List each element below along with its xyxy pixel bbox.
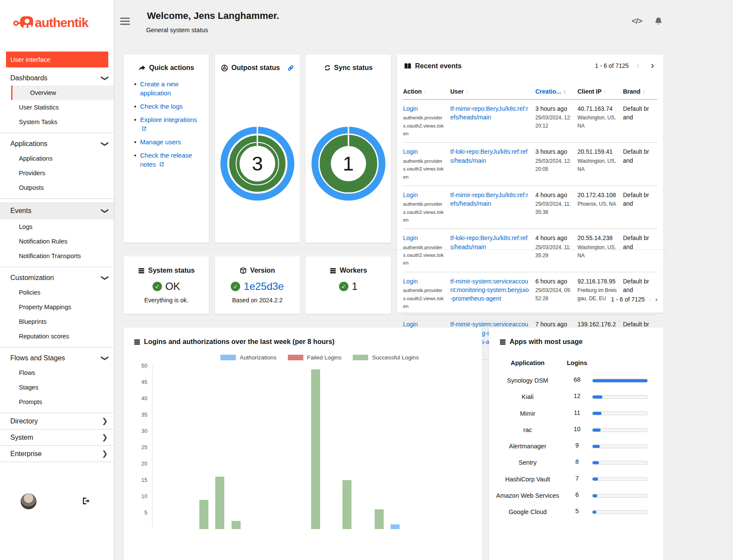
table-row-cell-user: tf-mimir-repo:BeryJu/k8s:ref:refs/heads/… [450,186,535,229]
legend-swatch-successful-logins [353,355,368,360]
app-logins: 8 [562,454,592,471]
sort-asc-icon: ↑ [563,88,566,95]
pagination-prev-icon[interactable]: ‹ [633,63,643,69]
logins-chart-card: Logins and authorizations over the last … [124,328,482,560]
column-header-action[interactable]: Action↕ [403,84,450,100]
table-row-cell-action: Loginauthentik.providers.oauth2.views.to… [403,143,450,186]
table-row-cell-creation: 4 hours ago25/03/2024, 11:35:38 [535,186,577,229]
event-user-link[interactable]: tf-mimir-system:serviceaccount:monitorin… [450,278,529,302]
apps-usage-card: Apps with most usage Application Logins … [489,328,663,560]
sync-status-header: Sync status [305,64,391,72]
user-avatar[interactable] [21,493,37,509]
nav-section-enterprise[interactable]: Enterprise ❯ [0,446,114,462]
app-logins: 5 [562,504,592,520]
nav-section-directory[interactable]: Directory ❯ [0,413,114,429]
user-interface-button[interactable]: User interface [6,52,108,67]
column-header-brand[interactable]: Brand↕ [623,84,657,100]
table-row-cell-user: tf-mimir-repo:BeryJu/k8s:ref:refs/heads/… [450,100,535,143]
check-circle-icon: ✓ [231,282,240,291]
sidebar-item-providers[interactable]: Providers [0,166,114,180]
chevron-right-icon: ❯ [102,446,108,462]
app-name: HashiCorp Vault [493,471,562,487]
nav-section-system[interactable]: System ❯ [0,429,114,446]
sidebar-item-property-mappings[interactable]: Property Mappings [0,300,114,314]
chart-legend: Authorizations Failed Logins Successful … [220,354,419,361]
event-action-link[interactable]: Login [403,278,418,285]
sidebar-item-outposts[interactable]: Outposts [0,180,114,195]
chevron-right-icon: ❯ [102,413,108,429]
sidebar-item-flows[interactable]: Flows [0,365,114,380]
event-action-link[interactable]: Login [403,105,418,112]
nav-section-dashboards[interactable]: Dashboards ❯ [0,71,114,85]
table-row-cell-ip: 20.172.43.108Phoenix, US, NA [577,186,623,229]
link-icon[interactable] [287,65,294,71]
event-user-link[interactable]: tf-mimir-repo:BeryJu/k8s:ref:refs/heads/… [450,192,528,207]
sidebar-item-stages[interactable]: Stages [0,380,114,395]
chart-bar [199,500,208,529]
menu-icon[interactable] [120,18,130,27]
usage-bar-fill [593,445,600,448]
chart-bar [342,480,351,529]
outpost-status-donut: 3 [220,127,294,201]
event-action-link[interactable]: Login [403,148,418,155]
event-user-link[interactable]: tf-loki-repo:BeryJu/k8s:ref:refs/heads/m… [450,234,528,250]
sidebar-item-system-tasks[interactable]: System Tasks [0,115,114,129]
sidebar: authentik User interface Dashboards ❯ Ov… [0,0,114,560]
sync-status-card: Sync status 1 [305,55,391,243]
event-action-link[interactable]: Login [403,234,418,241]
notifications-bell-icon[interactable] [654,16,663,26]
authentik-admin-dashboard: authentik User interface Dashboards ❯ Ov… [0,0,733,560]
app-name: Amazon Web Services [493,487,562,504]
release-notes-link[interactable]: Check the release notes [140,152,192,168]
workers-value: 1 [352,280,357,292]
nav-section-events[interactable]: Events ❯ [0,202,114,219]
legend-item: Successful Logins [353,354,419,361]
sidebar-item-prompts[interactable]: Prompts [0,395,114,409]
manage-users-link[interactable]: Manage users [140,138,181,146]
sidebar-item-applications[interactable]: Applications [0,151,114,166]
explore-integrations-link[interactable]: Explore integrations [140,116,197,123]
logout-icon[interactable] [82,497,90,505]
nav-section-customization[interactable]: Customization ❯ [0,271,114,285]
sidebar-item-user-statistics[interactable]: User Statistics [0,100,114,115]
column-header-client-ip[interactable]: Client IP↕ [577,84,623,100]
event-user-link[interactable]: tf-mimir-repo:BeryJu/k8s:ref:refs/heads/… [450,105,528,121]
event-action-link[interactable]: Login [403,192,418,198]
sort-icon: ↕ [604,89,606,95]
legend-swatch-authorizations [220,355,236,360]
pagination-next-icon[interactable]: › [655,296,657,303]
event-action-link[interactable]: Login [403,321,418,328]
nav-section-flows-and-stages[interactable]: Flows and Stages ❯ [0,351,114,365]
nav-section-applications[interactable]: Applications ❯ [0,137,114,151]
sidebar-item-blueprints[interactable]: Blueprints [0,314,114,329]
pagination-bottom: 1 - 6 of 7125 ‹ › [611,296,657,303]
api-code-icon[interactable]: </> [632,16,642,26]
create-application-link[interactable]: Create a new application [140,80,178,97]
sidebar-item-logs[interactable]: Logs [0,219,114,234]
sidebar-item-reputation-scores[interactable]: Reputation scores [0,329,114,344]
sidebar-item-notification-rules[interactable]: Notification Rules [0,234,114,249]
pagination-prev-icon[interactable]: ‹ [649,296,651,303]
authentik-logo: authentik [0,12,114,33]
version-link[interactable]: 1e25d3e [244,280,284,292]
sidebar-item-notification-transports[interactable]: Notification Transports [0,249,114,263]
sidebar-item-overview[interactable]: Overview [11,85,114,100]
nav-section-label: Applications [10,137,47,151]
usage-bar-fill [593,494,597,497]
chart-y-axis: 5101520253035404550 [124,366,147,529]
pagination-next-icon[interactable]: › [647,63,657,69]
sidebar-item-policies[interactable]: Policies [0,285,114,300]
table-row-cell-brand: Default brand [623,229,657,272]
column-header-user[interactable]: User↕ [450,84,535,100]
event-user-link[interactable]: tf-loki-repo:BeryJu/k8s:ref:refs/heads/m… [450,148,528,164]
table-row-cell-creation: 4 hours ago25/03/2024, 11:35:29 [535,229,577,272]
app-logins: 68 [562,372,592,389]
check-logs-link[interactable]: Check the logs [140,103,183,110]
app-name: Kiali [493,389,562,405]
sidebar-nav: Dashboards ❯ Overview User Statistics Sy… [0,71,114,462]
app-logins: 10 [562,422,592,438]
usage-bar-fill [593,478,598,481]
chevron-down-icon: ❯ [98,355,112,361]
column-header-creation[interactable]: Creatio...↑ [535,84,577,100]
share-icon [138,65,146,71]
